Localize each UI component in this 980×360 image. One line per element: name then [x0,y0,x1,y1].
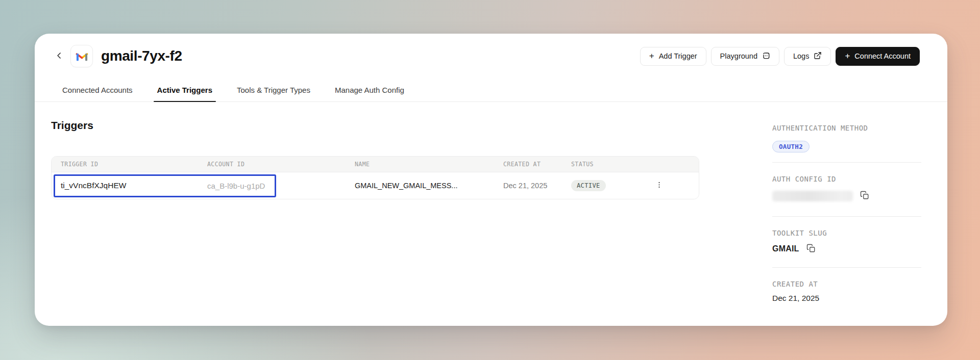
toolkit-slug-label: TOOLKIT SLUG [772,229,921,237]
col-trigger-id: TRIGGER ID [52,161,198,168]
triggers-heading: Triggers [51,119,93,132]
tab-bar: Connected Accounts Active Triggers Tools… [35,84,947,102]
plus-icon: + [649,52,654,60]
external-link-icon [814,52,822,61]
auth-config-id-label: AUTH CONFIG ID [772,175,921,183]
add-trigger-button[interactable]: + Add Trigger [640,47,706,66]
playground-button[interactable]: Playground [711,47,779,66]
trigger-id-cell: ti_vVncBfXJqHEW [52,181,198,190]
actions-cell [635,179,699,192]
header-actions: + Add Trigger Playground Logs [640,47,920,66]
app-card: gmail-7yx-f2 + Add Trigger Playground [35,34,947,326]
created-at-value: Dec 21, 2025 [772,294,921,303]
tab-active-triggers[interactable]: Active Triggers [157,84,212,101]
copy-icon [860,191,869,201]
divider [772,162,921,163]
table-row[interactable]: ti_vVncBfXJqHEW ca_B-l9b-u-g1pD GMAIL_NE… [52,172,699,199]
account-id-cell: ca_B-l9b-u-g1pD [198,182,346,190]
tab-connected-accounts[interactable]: Connected Accounts [62,84,133,101]
chevron-left-icon [54,50,64,62]
divider [772,216,921,217]
copy-toolkit-slug-button[interactable] [806,244,816,254]
copy-auth-config-id-button[interactable] [860,191,870,201]
plus-icon: + [845,52,850,60]
status-badge: ACTIVE [571,180,606,191]
playground-icon [762,52,770,61]
tab-manage-auth-config[interactable]: Manage Auth Config [335,84,404,101]
back-button[interactable] [52,49,66,63]
created-at-label: CREATED AT [772,280,921,288]
page-header: gmail-7yx-f2 + Add Trigger Playground [35,34,947,70]
page-title: gmail-7yx-f2 [101,48,182,64]
connect-account-button[interactable]: + Connect Account [836,47,920,66]
oauth2-badge: OAUTH2 [772,141,810,152]
divider [772,267,921,268]
details-sidebar: AUTHENTICATION METHOD OAUTH2 AUTH CONFIG… [772,124,921,303]
logs-button[interactable]: Logs [784,47,831,66]
col-status: STATUS [562,161,635,168]
gmail-logo-icon [70,45,93,67]
table-header-row: TRIGGER ID ACCOUNT ID NAME CREATED AT ST… [52,157,699,172]
col-account-id: ACCOUNT ID [198,161,346,168]
auth-method-label: AUTHENTICATION METHOD [772,124,921,132]
col-created-at: CREATED AT [494,161,562,168]
tab-tools-trigger-types[interactable]: Tools & Trigger Types [237,84,310,101]
kebab-icon [655,181,663,190]
auth-config-id-redacted-value [772,191,853,201]
triggers-table: TRIGGER ID ACCOUNT ID NAME CREATED AT ST… [51,156,699,199]
status-cell: ACTIVE [562,180,635,191]
created-at-cell: Dec 21, 2025 [494,182,562,190]
trigger-name-cell: GMAIL_NEW_GMAIL_MESS... [346,182,494,190]
toolkit-slug-value: GMAIL [772,244,799,253]
row-menu-button[interactable] [652,179,666,192]
copy-icon [806,244,816,254]
col-name: NAME [346,161,494,168]
